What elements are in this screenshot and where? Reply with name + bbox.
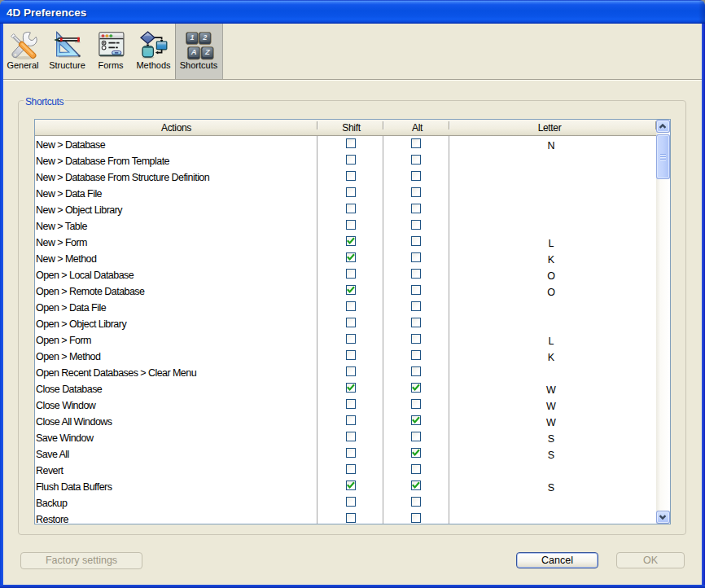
svg-text:Z: Z <box>204 47 211 56</box>
svg-text:A: A <box>190 47 197 56</box>
svg-text:1: 1 <box>190 33 194 42</box>
svg-text:2: 2 <box>202 33 207 42</box>
